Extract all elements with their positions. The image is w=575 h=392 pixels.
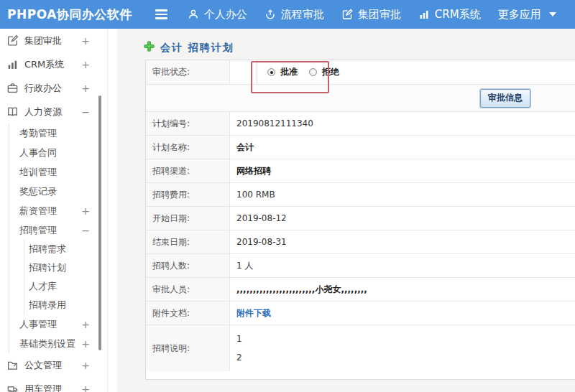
sidebar-label: 公文管理 xyxy=(24,359,62,372)
book-icon xyxy=(6,106,19,118)
approval-status-row: 审批状态: 批准 拒绝 xyxy=(146,60,575,85)
reject-radio-label: 拒绝 xyxy=(322,66,339,78)
briefcase-icon xyxy=(6,82,19,94)
table-row: 招聘费用: 100 RMB xyxy=(146,183,575,207)
expand-toggle[interactable]: + xyxy=(81,206,90,216)
sidebar-item-recruit-mgmt[interactable]: 招聘管理 − xyxy=(9,220,107,240)
nav-group-approval[interactable]: 集团审批 xyxy=(341,8,401,22)
collapse-toggle[interactable]: − xyxy=(81,225,90,235)
nav-label: 更多应用 xyxy=(498,8,541,22)
sidebar-label: CRM系统 xyxy=(24,58,64,71)
approval-radio-group: 批准 拒绝 xyxy=(257,60,351,84)
plan-number-value: 20190812111340 xyxy=(230,112,575,135)
sidebar-item-personnel-mgmt[interactable]: 人事管理 + xyxy=(9,314,107,334)
sidebar-label: 奖惩记录 xyxy=(19,185,57,198)
start-date-label: 开始日期: xyxy=(146,207,230,230)
sidebar-item-base-category[interactable]: 基础类别设置 + xyxy=(9,334,107,353)
top-nav: 个人办公 流程审批 集团审批 xyxy=(188,8,574,22)
expand-toggle[interactable]: + xyxy=(81,339,90,349)
description-line: 1 xyxy=(236,330,242,348)
plus-icon xyxy=(144,41,155,55)
sidebar-label: 用车管理 xyxy=(24,383,62,392)
sidebar-item-attendance[interactable]: 考勤管理 xyxy=(9,123,107,143)
sidebar-label: 基础类别设置 xyxy=(19,337,75,350)
approvers-value: ,,,,,,,,,,,,,,,,,,,,,,,,小尧女,,,,,,,, xyxy=(230,278,575,301)
sidebar-item-recruit-plan[interactable]: 招聘计划 xyxy=(24,258,107,277)
attachment-download-link[interactable]: 附件下载 xyxy=(236,307,271,319)
expand-toggle[interactable]: + xyxy=(81,60,90,70)
sidebar-item-group-approval[interactable]: 集团审批 + xyxy=(0,29,107,52)
headcount-value: 1 人 xyxy=(230,254,575,277)
edit-square-icon xyxy=(6,34,19,47)
sidebar-item-hr[interactable]: 人力资源 − xyxy=(0,100,107,123)
recruit-description-label: 招聘说明: xyxy=(146,325,230,371)
approve-radio-label: 批准 xyxy=(280,66,298,78)
sidebar-label: 人事合同 xyxy=(19,146,57,159)
person-icon xyxy=(188,9,199,20)
table-row: 招聘渠道: 网络招聘 xyxy=(146,159,575,183)
approval-info-row: 审批信息 xyxy=(146,85,575,112)
hamburger-menu-icon[interactable] xyxy=(155,9,167,19)
sidebar-item-recruit-demand[interactable]: 招聘需求 xyxy=(24,240,107,258)
sidebar-label: 考勤管理 xyxy=(19,127,57,140)
expand-toggle[interactable]: + xyxy=(81,360,90,370)
nav-label: 个人办公 xyxy=(204,8,247,22)
table-row: 附件文档: 附件下载 xyxy=(146,302,575,325)
nav-more-apps[interactable]: 更多应用 xyxy=(498,8,556,22)
end-date-value: 2019-08-31 xyxy=(230,230,575,253)
recruit-channel-label: 招聘渠道: xyxy=(146,159,230,182)
edit-square-icon xyxy=(341,9,353,20)
expand-toggle[interactable]: + xyxy=(81,384,90,392)
sidebar-label: 招聘管理 xyxy=(19,224,57,237)
end-date-label: 结束日期: xyxy=(146,230,230,253)
recruit-submenu: 招聘需求 招聘计划 人才库 招聘录用 xyxy=(24,240,107,314)
reject-radio[interactable] xyxy=(309,68,317,76)
nav-personal-office[interactable]: 个人办公 xyxy=(188,8,247,22)
sidebar-scrollbar[interactable] xyxy=(98,95,101,350)
sidebar-label: 集团审批 xyxy=(24,34,62,47)
sidebar-item-crm[interactable]: CRM系统 + xyxy=(0,52,107,76)
sidebar-label: 培训管理 xyxy=(19,166,57,179)
sidebar-label: 薪资管理 xyxy=(19,205,57,218)
sidebar-item-recruit-hire[interactable]: 招聘录用 xyxy=(24,296,107,314)
expand-toggle[interactable]: + xyxy=(81,36,90,46)
main-content: 会计 招聘计划 审批状态: 批准 拒绝 审批信息 计划编号: 201908121… xyxy=(117,29,575,392)
app-logo: PHPOA协同办公软件 xyxy=(0,6,132,23)
bar-chart-icon xyxy=(418,9,430,20)
table-row: 招聘人数: 1 人 xyxy=(146,254,575,278)
approval-info-button[interactable]: 审批信息 xyxy=(480,89,530,108)
hr-submenu: 考勤管理 人事合同 培训管理 奖惩记录 薪资管理 + 招聘管理 − 招聘需求 招… xyxy=(9,123,107,353)
sidebar-item-vehicle[interactable]: 用车管理 + xyxy=(0,377,107,392)
collapse-toggle[interactable]: − xyxy=(81,107,90,117)
nav-process-approval[interactable]: 流程审批 xyxy=(264,8,324,22)
sidebar-item-talent-pool[interactable]: 人才库 xyxy=(24,277,107,296)
expand-toggle[interactable]: + xyxy=(81,83,90,93)
table-row: 审批人员: ,,,,,,,,,,,,,,,,,,,,,,,,小尧女,,,,,,,… xyxy=(146,278,575,302)
nav-label: CRM系统 xyxy=(435,8,481,22)
sidebar-item-training[interactable]: 培训管理 xyxy=(9,162,107,182)
sidebar-item-documents[interactable]: 公文管理 + xyxy=(0,353,107,377)
recruit-cost-label: 招聘费用: xyxy=(146,183,230,206)
plan-name-value: 会计 xyxy=(230,136,575,159)
document-icon xyxy=(6,359,19,371)
approval-status-label: 审批状态: xyxy=(146,60,230,84)
recruit-cost-value: 100 RMB xyxy=(230,183,575,206)
table-row: 结束日期: 2019-08-31 xyxy=(146,230,575,254)
process-icon xyxy=(264,9,276,20)
sidebar-item-admin-office[interactable]: 行政办公 + xyxy=(0,76,107,100)
approvers-label: 审批人员: xyxy=(146,278,230,301)
sidebar-item-rewards[interactable]: 奖惩记录 xyxy=(9,182,107,201)
nav-label: 集团审批 xyxy=(358,8,401,22)
approve-radio[interactable] xyxy=(267,68,275,76)
sidebar-label: 人事管理 xyxy=(19,318,57,331)
top-bar: PHPOA协同办公软件 个人办公 流程审批 xyxy=(0,0,575,29)
expand-toggle[interactable]: + xyxy=(81,319,90,330)
sidebar-item-hr-contract[interactable]: 人事合同 xyxy=(9,143,107,162)
nav-crm-system[interactable]: CRM系统 xyxy=(418,8,481,22)
page-title-text: 会计 招聘计划 xyxy=(160,42,234,55)
headcount-label: 招聘人数: xyxy=(146,254,230,277)
sidebar-item-salary[interactable]: 薪资管理 + xyxy=(9,201,107,220)
bar-chart-icon xyxy=(6,58,19,70)
truck-icon xyxy=(6,383,19,392)
nav-label: 流程审批 xyxy=(281,8,324,22)
